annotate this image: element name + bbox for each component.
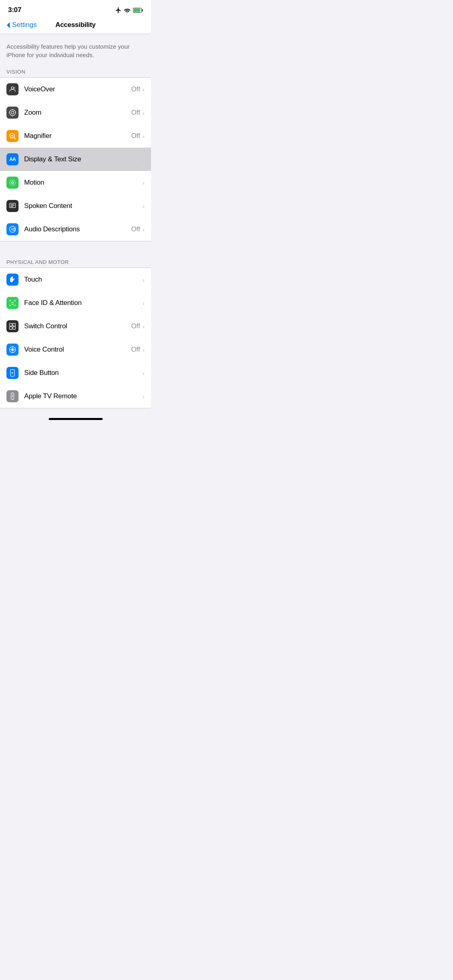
magnifier-label: Magnifier bbox=[24, 132, 131, 140]
svg-rect-25 bbox=[10, 323, 12, 326]
page-title: Accessibility bbox=[55, 21, 95, 29]
status-time: 3:07 bbox=[8, 6, 21, 14]
zoom-label: Zoom bbox=[24, 109, 131, 117]
apple-tv-remote-chevron: › bbox=[143, 393, 145, 400]
voice-control-item[interactable]: Voice Control Off › bbox=[0, 338, 151, 361]
side-button-chevron: › bbox=[143, 370, 145, 377]
status-bar: 3:07 bbox=[0, 0, 151, 18]
svg-rect-28 bbox=[13, 327, 16, 329]
apple-tv-remote-item[interactable]: Apple TV Remote › bbox=[0, 385, 151, 408]
content: Accessibility features help you customiz… bbox=[0, 34, 151, 423]
physical-motor-list-group: Touch › F bbox=[0, 268, 151, 408]
home-bar bbox=[49, 418, 103, 420]
audio-descriptions-item[interactable]: AD Audio Descriptions Off › bbox=[0, 218, 151, 241]
magnifier-value: Off bbox=[131, 132, 140, 140]
physical-motor-section: PHYSICAL AND MOTOR Touch › bbox=[0, 256, 151, 408]
face-id-chevron: › bbox=[143, 300, 145, 307]
voice-control-chevron: › bbox=[143, 346, 145, 353]
motion-item[interactable]: Motion › bbox=[0, 171, 151, 194]
svg-rect-26 bbox=[13, 323, 16, 326]
svg-point-30 bbox=[11, 348, 14, 351]
airplane-icon bbox=[115, 7, 122, 13]
display-text-size-item[interactable]: AA Display & Text Size › bbox=[0, 148, 151, 171]
voiceover-item[interactable]: VoiceOver Off › bbox=[0, 78, 151, 101]
magnifier-item[interactable]: Magnifier Off › bbox=[0, 124, 151, 148]
svg-rect-27 bbox=[10, 327, 12, 329]
spoken-content-item[interactable]: Spoken Content › bbox=[0, 194, 151, 218]
wifi-icon bbox=[124, 8, 130, 12]
voice-control-label: Voice Control bbox=[24, 346, 131, 354]
spoken-content-icon bbox=[6, 200, 19, 212]
switch-control-value: Off bbox=[131, 322, 140, 330]
status-icons bbox=[115, 7, 143, 13]
side-button-label: Side Button bbox=[24, 369, 140, 377]
svg-point-5 bbox=[11, 111, 14, 114]
svg-line-11 bbox=[14, 138, 16, 139]
spoken-content-chevron: › bbox=[143, 203, 145, 210]
back-button[interactable]: Settings bbox=[6, 21, 37, 29]
vision-section-header: VISION bbox=[0, 66, 151, 77]
description-section: Accessibility features help you customiz… bbox=[0, 34, 151, 66]
audio-descriptions-label: Audio Descriptions bbox=[24, 225, 131, 233]
svg-point-14 bbox=[10, 180, 15, 185]
touch-chevron: › bbox=[143, 276, 145, 283]
side-button-icon bbox=[6, 367, 19, 379]
svg-point-15 bbox=[12, 182, 14, 184]
zoom-icon bbox=[6, 107, 19, 119]
touch-icon bbox=[6, 274, 19, 286]
section-spacer bbox=[0, 241, 151, 256]
svg-text:AD: AD bbox=[11, 227, 16, 231]
zoom-chevron: › bbox=[143, 109, 145, 116]
switch-control-item[interactable]: Switch Control Off › bbox=[0, 315, 151, 338]
nav-bar: Settings Accessibility bbox=[0, 18, 151, 34]
zoom-item[interactable]: Zoom Off › bbox=[0, 101, 151, 124]
voiceover-icon bbox=[6, 83, 19, 95]
motion-label: Motion bbox=[24, 179, 140, 187]
voiceover-value: Off bbox=[131, 85, 140, 93]
back-label: Settings bbox=[12, 21, 37, 29]
physical-motor-section-header: PHYSICAL AND MOTOR bbox=[0, 256, 151, 268]
home-indicator-area bbox=[0, 415, 151, 423]
apple-tv-remote-icon bbox=[6, 390, 19, 402]
switch-control-icon bbox=[6, 320, 19, 332]
voiceover-label: VoiceOver bbox=[24, 85, 131, 93]
battery-icon bbox=[133, 8, 143, 13]
vision-list-group: VoiceOver Off › Zoom Off bbox=[0, 77, 151, 241]
touch-item[interactable]: Touch › bbox=[0, 268, 151, 291]
face-id-icon bbox=[6, 297, 19, 309]
audio-descriptions-chevron: › bbox=[143, 226, 145, 233]
motion-chevron: › bbox=[143, 179, 145, 186]
switch-control-label: Switch Control bbox=[24, 322, 131, 330]
audio-descriptions-value: Off bbox=[131, 225, 140, 233]
display-text-size-icon: AA bbox=[6, 153, 19, 165]
display-text-size-chevron: › bbox=[143, 156, 145, 163]
voice-control-value: Off bbox=[131, 346, 140, 354]
magnifier-icon bbox=[6, 130, 19, 142]
audio-descriptions-icon: AD bbox=[6, 223, 19, 235]
display-text-size-label: Display & Text Size bbox=[24, 155, 140, 163]
magnifier-chevron: › bbox=[143, 133, 145, 140]
face-id-item[interactable]: Face ID & Attention › bbox=[0, 291, 151, 315]
apple-tv-remote-label: Apple TV Remote bbox=[24, 392, 140, 400]
svg-rect-1 bbox=[142, 9, 143, 11]
svg-point-3 bbox=[11, 87, 14, 89]
svg-rect-2 bbox=[134, 8, 141, 12]
svg-point-4 bbox=[10, 110, 16, 116]
zoom-value: Off bbox=[131, 109, 140, 117]
side-button-item[interactable]: Side Button › bbox=[0, 361, 151, 385]
voice-control-icon bbox=[6, 344, 19, 356]
voiceover-chevron: › bbox=[143, 86, 145, 93]
switch-control-chevron: › bbox=[143, 323, 145, 330]
face-id-label: Face ID & Attention bbox=[24, 299, 140, 307]
vision-section: VISION VoiceOver Off › bbox=[0, 66, 151, 241]
description-text: Accessibility features help you customiz… bbox=[6, 43, 130, 58]
touch-label: Touch bbox=[24, 276, 140, 284]
motion-icon bbox=[6, 177, 19, 189]
spoken-content-label: Spoken Content bbox=[24, 202, 140, 210]
